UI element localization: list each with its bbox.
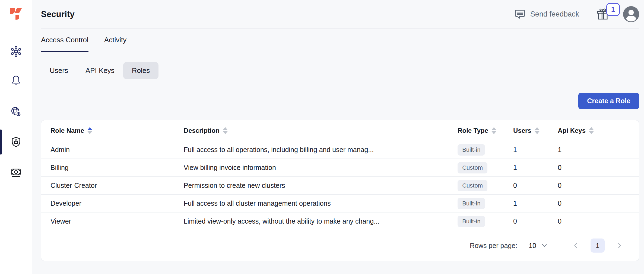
topbar-right: Send feedback 1 bbox=[514, 6, 639, 22]
top-bar: Security Send feedback bbox=[41, 0, 639, 29]
api-keys-count-cell: 0 bbox=[558, 164, 630, 172]
users-count-cell: 0 bbox=[513, 182, 558, 189]
column-header-api-keys[interactable]: Api Keys bbox=[558, 127, 630, 134]
avatar[interactable] bbox=[623, 6, 639, 22]
role-type-badge: Custom bbox=[458, 180, 487, 191]
sort-icon bbox=[589, 127, 594, 134]
table-row[interactable]: Viewer Limited view-only access, without… bbox=[41, 212, 639, 230]
role-type-badge: Built-in bbox=[458, 144, 485, 156]
gift-badge: 1 bbox=[606, 3, 620, 16]
users-count-cell: 1 bbox=[513, 199, 558, 207]
role-name-cell: Admin bbox=[50, 146, 184, 154]
table-row[interactable]: Cluster-Creator Permission to create new… bbox=[41, 177, 639, 195]
description-cell: Permission to create new clusters bbox=[184, 182, 458, 189]
description-cell: Full access to all cluster management op… bbox=[184, 199, 458, 207]
sidebar-item-alerts[interactable] bbox=[0, 73, 32, 86]
table-row[interactable]: Billing View billing invoice information… bbox=[41, 159, 639, 177]
api-keys-count-cell: 1 bbox=[558, 146, 630, 154]
pager: 1 bbox=[573, 238, 623, 253]
sidebar-item-clusters[interactable] bbox=[0, 45, 32, 58]
page-number-chip[interactable]: 1 bbox=[591, 238, 605, 253]
sidebar-item-security[interactable] bbox=[0, 135, 32, 148]
role-name-cell: Viewer bbox=[50, 217, 184, 225]
sort-icon bbox=[223, 127, 228, 134]
cluster-icon bbox=[10, 45, 22, 58]
previous-page-button[interactable] bbox=[573, 242, 579, 249]
tab-access-control[interactable]: Access Control bbox=[41, 36, 88, 52]
table-row[interactable]: Admin Full access to all operations, inc… bbox=[41, 141, 639, 159]
subtab-users[interactable]: Users bbox=[41, 62, 77, 79]
pagination-bar: Rows per page: 10 1 bbox=[41, 230, 639, 261]
bell-icon bbox=[10, 74, 22, 86]
chevron-down-icon bbox=[541, 242, 548, 249]
tab-activity[interactable]: Activity bbox=[104, 36, 126, 52]
rows-per-page-label: Rows per page: bbox=[470, 242, 517, 250]
next-page-button[interactable] bbox=[616, 242, 623, 249]
role-type-badge: Custom bbox=[458, 162, 487, 173]
feedback-bubble-icon bbox=[514, 8, 526, 21]
column-header-role-name[interactable]: Role Name bbox=[50, 127, 184, 134]
sort-icon bbox=[535, 127, 540, 134]
sidebar-item-billing[interactable] bbox=[0, 166, 32, 179]
users-count-cell: 1 bbox=[513, 164, 558, 172]
table-row[interactable]: Developer Full access to all cluster man… bbox=[41, 195, 639, 212]
globe-gear-icon bbox=[10, 105, 22, 118]
subtab-api-keys[interactable]: API Keys bbox=[77, 62, 123, 79]
sidebar-item-network[interactable] bbox=[0, 105, 32, 118]
subtab-bar: Users API Keys Roles bbox=[41, 62, 639, 79]
sidebar bbox=[0, 0, 32, 274]
sort-icon-asc bbox=[87, 127, 92, 134]
users-count-cell: 1 bbox=[513, 146, 558, 154]
api-keys-count-cell: 0 bbox=[558, 182, 630, 189]
api-keys-count-cell: 0 bbox=[558, 199, 630, 207]
billing-icon bbox=[10, 166, 22, 179]
chevron-right-icon bbox=[616, 242, 623, 249]
description-cell: Full access to all operations, including… bbox=[184, 146, 458, 154]
column-header-users[interactable]: Users bbox=[513, 127, 558, 134]
main-content: Security Send feedback bbox=[32, 0, 644, 274]
rows-per-page-select[interactable]: 10 bbox=[529, 242, 548, 250]
description-cell: View billing invoice information bbox=[184, 164, 458, 172]
column-header-description[interactable]: Description bbox=[184, 127, 458, 134]
create-role-button[interactable]: Create a Role bbox=[578, 93, 639, 109]
subtab-roles[interactable]: Roles bbox=[123, 62, 158, 79]
users-count-cell: 0 bbox=[513, 217, 558, 225]
table-header-row: Role Name Description Role Type Users Ap… bbox=[41, 120, 639, 141]
role-type-badge: Built-in bbox=[458, 216, 485, 227]
send-feedback-button[interactable]: Send feedback bbox=[514, 8, 579, 21]
actions-row: Create a Role bbox=[41, 93, 639, 109]
roles-table-card: Role Name Description Role Type Users Ap… bbox=[41, 120, 639, 261]
description-cell: Limited view-only access, without the ab… bbox=[184, 217, 458, 225]
send-feedback-label: Send feedback bbox=[530, 10, 579, 18]
role-name-cell: Billing bbox=[50, 164, 184, 172]
chevron-left-icon bbox=[573, 242, 579, 249]
yugabyte-logo[interactable] bbox=[8, 6, 24, 22]
column-header-role-type[interactable]: Role Type bbox=[458, 127, 513, 134]
shield-lock-icon bbox=[10, 136, 22, 148]
sidebar-active-indicator bbox=[0, 130, 2, 154]
role-name-cell: Developer bbox=[50, 199, 184, 207]
role-type-badge: Built-in bbox=[458, 198, 485, 209]
sort-icon bbox=[491, 127, 496, 134]
rows-per-page-value: 10 bbox=[529, 242, 536, 250]
page-title: Security bbox=[41, 9, 75, 19]
api-keys-count-cell: 0 bbox=[558, 217, 630, 225]
tab-bar: Access Control Activity bbox=[41, 36, 639, 52]
gift-button[interactable]: 1 bbox=[596, 7, 610, 21]
role-name-cell: Cluster-Creator bbox=[50, 182, 184, 189]
user-icon bbox=[623, 6, 639, 22]
